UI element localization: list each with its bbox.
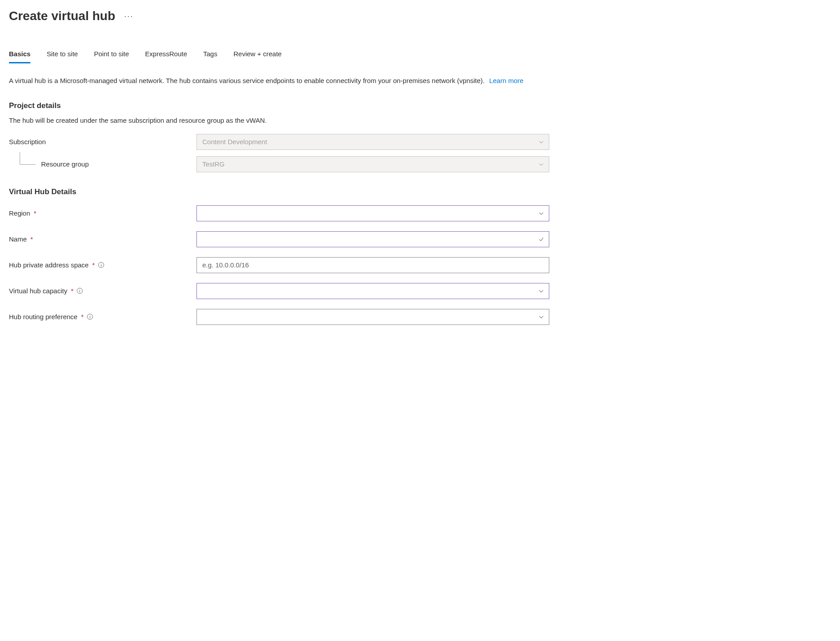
resource-group-value: TestRG [202, 160, 225, 168]
required-indicator: * [30, 235, 33, 243]
project-details-heading: Project details [9, 101, 831, 110]
tab-basics[interactable]: Basics [9, 50, 30, 63]
routing-pref-label: Hub routing preference [9, 313, 77, 320]
required-indicator: * [92, 261, 95, 269]
tab-description: A virtual hub is a Microsoft-managed vir… [9, 76, 545, 86]
subscription-select: Content Development [196, 134, 549, 150]
address-space-input-wrap[interactable] [196, 257, 549, 273]
subscription-label: Subscription [9, 138, 196, 146]
resource-group-select: TestRG [196, 156, 549, 172]
tab-tags[interactable]: Tags [203, 50, 217, 63]
resource-group-label: Resource group [41, 160, 89, 168]
project-details-subtitle: The hub will be created under the same s… [9, 117, 831, 124]
learn-more-link[interactable]: Learn more [489, 77, 523, 84]
name-input[interactable] [202, 232, 533, 247]
chevron-down-icon [538, 288, 544, 294]
region-select[interactable] [196, 205, 549, 221]
svg-point-8 [90, 315, 90, 316]
tab-site-to-site[interactable]: Site to site [46, 50, 78, 63]
tab-point-to-site[interactable]: Point to site [94, 50, 129, 63]
svg-point-5 [79, 289, 80, 290]
svg-point-2 [101, 263, 101, 264]
chevron-down-icon [538, 210, 544, 216]
description-text: A virtual hub is a Microsoft-managed vir… [9, 77, 485, 84]
info-icon[interactable] [97, 262, 104, 269]
check-icon [538, 236, 544, 242]
tab-review-create[interactable]: Review + create [234, 50, 282, 63]
tab-bar: Basics Site to site Point to site Expres… [9, 50, 831, 63]
capacity-select[interactable] [196, 283, 549, 299]
page-title: Create virtual hub [9, 9, 115, 23]
chevron-down-icon [538, 139, 544, 145]
chevron-down-icon [538, 314, 544, 320]
tab-expressroute[interactable]: ExpressRoute [145, 50, 187, 63]
tree-connector [20, 152, 36, 165]
required-indicator: * [71, 287, 74, 295]
hub-details-heading: Virtual Hub Details [9, 187, 831, 196]
name-input-wrap[interactable] [196, 231, 549, 247]
info-icon[interactable] [76, 287, 83, 295]
capacity-label: Virtual hub capacity [9, 287, 67, 295]
ellipsis-icon[interactable]: ··· [124, 12, 134, 21]
name-label: Name [9, 235, 27, 243]
region-label: Region [9, 209, 30, 217]
subscription-value: Content Development [202, 138, 267, 146]
routing-pref-select[interactable] [196, 309, 549, 325]
address-space-input[interactable] [202, 258, 533, 273]
required-indicator: * [34, 209, 37, 217]
chevron-down-icon [538, 161, 544, 167]
info-icon[interactable] [86, 313, 93, 320]
required-indicator: * [81, 313, 84, 320]
address-space-label: Hub private address space [9, 261, 88, 269]
